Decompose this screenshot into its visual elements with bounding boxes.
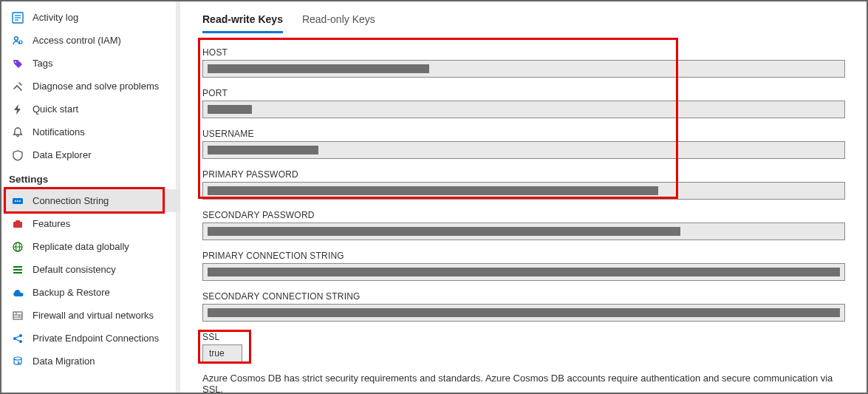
sidebar-item-label: Data Explorer (33, 149, 91, 160)
svg-point-29 (14, 357, 21, 360)
tab-read-write-keys[interactable]: Read-write Keys (202, 9, 283, 33)
sidebar-item-label: Access control (IAM) (33, 35, 121, 46)
sidebar-item-activity-log[interactable]: Activity log (1, 6, 180, 29)
sidebar-item-label: Features (33, 218, 70, 229)
notifications-icon (12, 126, 24, 138)
svg-point-6 (15, 61, 16, 63)
label-username: USERNAME (202, 129, 845, 139)
svg-point-5 (19, 41, 22, 44)
sidebar-item-tags[interactable]: Tags (1, 52, 180, 75)
field-secondary-connection-string: SECONDARY CONNECTION STRING (202, 291, 845, 322)
migration-icon (12, 356, 24, 367)
features-icon (12, 218, 24, 230)
field-username: USERNAME (202, 129, 845, 159)
sidebar-item-label: Backup & Restore (33, 287, 110, 298)
sidebar-item-label: Firewall and virtual networks (33, 310, 154, 321)
sidebar-item-connection-string[interactable]: Connection String (1, 189, 180, 212)
label-secondary-connection-string: SECONDARY CONNECTION STRING (202, 291, 845, 302)
svg-line-27 (16, 336, 20, 338)
label-primary-password: PRIMARY PASSWORD (202, 169, 845, 180)
sidebar-item-access-control-iam[interactable]: Access control (IAM) (1, 29, 180, 52)
input-primary-password[interactable] (202, 182, 845, 200)
endpoint-icon (12, 333, 24, 344)
label-port: PORT (202, 88, 845, 98)
sidebar-item-firewall-and-virtual-networks[interactable]: Firewall and virtual networks (1, 304, 180, 327)
svg-point-8 (15, 200, 16, 202)
sidebar-item-features[interactable]: Features (1, 212, 180, 235)
sidebar-item-notifications[interactable]: Notifications (1, 120, 180, 143)
sidebar-item-data-explorer[interactable]: Data Explorer (1, 143, 180, 166)
svg-point-25 (19, 334, 22, 337)
sidebar: Activity logAccess control (IAM)TagsDiag… (1, 1, 180, 393)
sidebar-item-label: Private Endpoint Connections (33, 333, 159, 344)
field-host: HOST (202, 47, 845, 78)
sidebar-item-label: Tags (33, 58, 52, 69)
svg-point-4 (15, 36, 18, 40)
sidebar-item-default-consistency[interactable]: Default consistency (1, 258, 180, 281)
consistency-icon (12, 264, 24, 276)
footer-note: Azure Cosmos DB has strict security requ… (202, 373, 845, 393)
input-username[interactable] (202, 141, 845, 159)
sidebar-item-label: Quick start (33, 103, 78, 115)
input-host[interactable] (202, 60, 845, 78)
sidebar-item-label: Activity log (33, 12, 78, 23)
sidebar-item-label: Notifications (33, 126, 85, 137)
field-ssl: SSL true (202, 332, 845, 362)
input-secondary-password[interactable] (202, 223, 845, 240)
sidebar-item-label: Diagnose and solve problems (33, 81, 159, 92)
connection-string-icon (12, 195, 24, 207)
label-secondary-password: SECONDARY PASSWORD (202, 210, 845, 220)
firewall-icon (12, 310, 24, 322)
sidebar-item-diagnose-and-solve-problems[interactable]: Diagnose and solve problems (1, 75, 180, 98)
tab-read-only-keys[interactable]: Read-only Keys (302, 9, 375, 33)
sidebar-item-quick-start[interactable]: Quick start (1, 98, 180, 120)
diagnose-icon (12, 81, 24, 92)
field-secondary-password: SECONDARY PASSWORD (202, 210, 845, 240)
field-port: PORT (202, 88, 845, 118)
quick-start-icon (12, 103, 24, 115)
input-secondary-connection-string[interactable] (202, 304, 845, 322)
sidebar-item-label: Connection String (33, 195, 109, 206)
tabs: Read-write Keys Read-only Keys (202, 9, 867, 34)
svg-rect-19 (13, 312, 22, 319)
activity-log-icon (12, 12, 24, 24)
svg-rect-11 (13, 222, 22, 228)
svg-point-26 (19, 340, 22, 343)
label-ssl: SSL (202, 332, 845, 342)
svg-rect-12 (16, 220, 20, 223)
svg-point-10 (19, 200, 21, 202)
svg-point-9 (17, 200, 18, 202)
sidebar-section-settings: Settings (1, 166, 180, 189)
sidebar-item-backup-restore[interactable]: Backup & Restore (1, 281, 180, 304)
input-ssl[interactable]: true (202, 344, 242, 362)
sidebar-item-replicate-data-globally[interactable]: Replicate data globally (1, 235, 180, 258)
backup-icon (12, 287, 24, 299)
svg-line-28 (16, 339, 20, 342)
access-control-icon (12, 35, 24, 47)
input-primary-connection-string[interactable] (202, 263, 845, 281)
sidebar-item-label: Data Migration (33, 356, 95, 367)
sidebar-item-label: Default consistency (33, 264, 116, 275)
globe-icon (12, 241, 24, 253)
sidebar-item-data-migration[interactable]: Data Migration (1, 350, 180, 373)
main-panel: Read-write Keys Read-only Keys HOST PORT… (180, 1, 867, 393)
sidebar-item-private-endpoint-connections[interactable]: Private Endpoint Connections (1, 327, 180, 350)
data-explorer-icon (12, 149, 24, 161)
input-port[interactable] (202, 101, 845, 118)
tags-icon (12, 58, 24, 69)
field-primary-connection-string: PRIMARY CONNECTION STRING (202, 251, 845, 281)
label-host: HOST (202, 47, 845, 58)
field-primary-password: PRIMARY PASSWORD (202, 169, 845, 200)
sidebar-item-label: Replicate data globally (33, 241, 129, 252)
label-primary-connection-string: PRIMARY CONNECTION STRING (202, 251, 845, 261)
